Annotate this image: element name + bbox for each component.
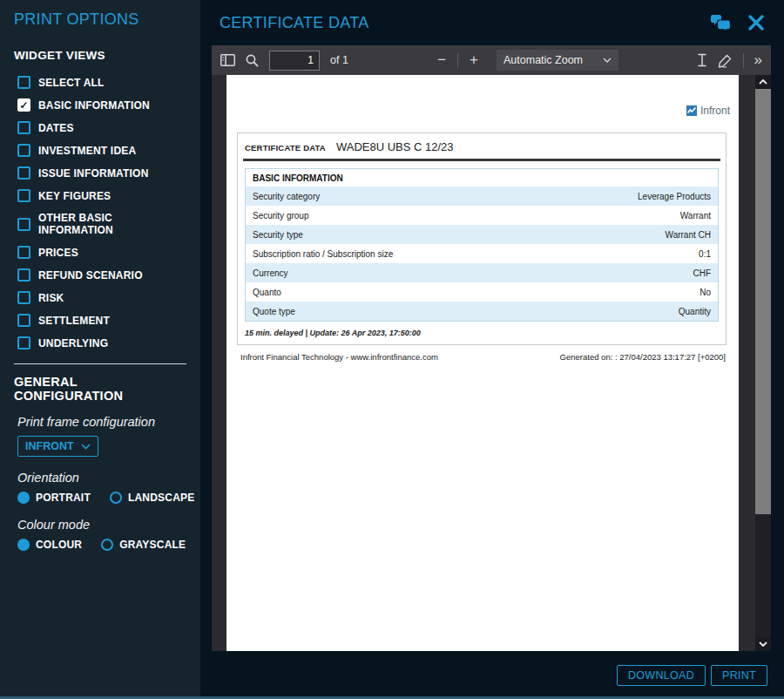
- text-select-icon[interactable]: [697, 53, 707, 67]
- colour-mode-options: COLOUR GRAYSCALE: [17, 539, 186, 551]
- checkbox-item-other-basic-information[interactable]: ✓ OTHER BASIC INFORMATION: [17, 212, 186, 236]
- more-tools-icon[interactable]: »: [754, 51, 762, 69]
- checkbox-item-settlement[interactable]: ✓ SETTLEMENT: [17, 314, 186, 327]
- table-row: Currency CHF: [246, 263, 718, 282]
- checkbox[interactable]: ✓: [17, 336, 30, 350]
- checkbox-label: SETTLEMENT: [38, 315, 110, 327]
- download-button[interactable]: DOWNLOAD: [617, 665, 706, 686]
- row-label: Security type: [253, 230, 303, 240]
- checkbox-item-refund-scenario[interactable]: ✓ REFUND SCENARIO: [17, 268, 186, 282]
- checkbox[interactable]: ✓: [17, 76, 30, 89]
- radio-icon: [17, 539, 30, 551]
- checkbox-label: ISSUE INFORMATION: [38, 167, 149, 180]
- checkbox-label: RISK: [38, 292, 64, 304]
- chevron-down-icon: [603, 58, 612, 63]
- table-row: Subscription ratio / Subscription size 0…: [246, 244, 718, 263]
- radio-landscape[interactable]: LANDSCAPE: [110, 492, 194, 504]
- checkbox-item-dates[interactable]: ✓ DATES: [17, 121, 186, 134]
- close-icon[interactable]: [747, 14, 765, 31]
- checkbox[interactable]: ✓: [17, 189, 30, 202]
- pdf-page: Infront CERTIFICATE DATA WADE8U UBS C 12…: [226, 75, 739, 651]
- checkbox[interactable]: ✓: [17, 121, 30, 134]
- checkbox-label: KEY FIGURES: [38, 190, 111, 202]
- checkbox-label: DATES: [38, 122, 74, 134]
- checkbox-label: UNDERLYING: [38, 337, 108, 350]
- radio-grayscale[interactable]: GRAYSCALE: [101, 539, 186, 551]
- general-configuration-heading: GENERAL CONFIGURATION: [14, 375, 186, 403]
- checkbox[interactable]: ✓: [17, 291, 30, 304]
- checkbox-item-risk[interactable]: ✓ RISK: [17, 291, 186, 304]
- zoom-level-select[interactable]: Automatic Zoom: [497, 50, 618, 71]
- sidebar-toggle-icon[interactable]: [220, 54, 235, 66]
- radio-label: LANDSCAPE: [128, 492, 194, 504]
- colour-mode-label: Colour mode: [17, 518, 186, 532]
- zoom-level-value: Automatic Zoom: [504, 54, 583, 66]
- annotate-pencil-icon[interactable]: [718, 53, 733, 68]
- page-footer: Infront Financial Technology - www.infro…: [240, 352, 726, 362]
- infront-logo-icon: [686, 105, 697, 116]
- scroll-down-button[interactable]: [755, 637, 771, 651]
- checkbox[interactable]: ✓: [17, 246, 30, 259]
- certificate-box: CERTIFICATE DATA WADE8U UBS C 12/23 BASI…: [237, 132, 727, 345]
- vertical-scrollbar[interactable]: [755, 75, 771, 651]
- certificate-data-panel: CERTIFICATE DATA: [200, 0, 784, 696]
- checkbox-item-investment-idea[interactable]: ✓ INVESTMENT IDEA: [17, 144, 186, 157]
- radio-label: PORTRAIT: [36, 492, 91, 504]
- checkbox-label: REFUND SCENARIO: [38, 269, 143, 282]
- checkbox[interactable]: ✓: [17, 314, 30, 327]
- checkbox[interactable]: ✓: [17, 218, 30, 231]
- checkbox-item-key-figures[interactable]: ✓ KEY FIGURES: [17, 189, 186, 202]
- widget-views-heading: WIDGET VIEWS: [14, 49, 186, 62]
- checkbox[interactable]: ✓: [17, 268, 30, 282]
- table-row: Quote type Quantity: [246, 302, 718, 321]
- row-value: CHF: [693, 268, 711, 278]
- radio-icon: [110, 492, 122, 504]
- zoom-out-button[interactable]: −: [435, 51, 449, 69]
- checkbox-item-underlying[interactable]: ✓ UNDERLYING: [17, 336, 186, 350]
- radio-icon: [17, 492, 30, 504]
- page-number-input[interactable]: [269, 51, 320, 71]
- pdf-viewport: Infront CERTIFICATE DATA WADE8U UBS C 12…: [212, 75, 771, 651]
- checkbox[interactable]: ✓: [17, 144, 30, 157]
- checkbox-item-prices[interactable]: ✓ PRICES: [17, 246, 186, 259]
- zoom-in-button[interactable]: +: [467, 51, 481, 69]
- row-label: Security group: [253, 211, 308, 221]
- checkbox[interactable]: ✓: [17, 166, 30, 180]
- delayed-update-note: 15 min. delayed | Update: 26 Apr 2023, 1…: [245, 329, 719, 337]
- footer-company-url: Infront Financial Technology - www.infro…: [240, 352, 438, 362]
- print-frame-dropdown-value: INFRONT: [25, 440, 74, 452]
- search-icon[interactable]: [246, 54, 259, 67]
- orientation-label: Orientation: [17, 471, 186, 485]
- row-label: Subscription ratio / Subscription size: [253, 249, 393, 259]
- row-value: No: [700, 288, 711, 297]
- feedback-thumbs-icon[interactable]: [711, 13, 732, 32]
- print-dialog-window: PRINT OPTIONS WIDGET VIEWS ✓ SELECT ALL …: [0, 0, 784, 699]
- toolbar-separator: [743, 53, 744, 68]
- checkbox-item-basic-information[interactable]: ✓ BASIC INFORMATION: [17, 98, 186, 112]
- sidebar-title: PRINT OPTIONS: [14, 10, 186, 29]
- doc-title-rule: [243, 159, 720, 161]
- toolbar-separator: [457, 53, 458, 68]
- scrollbar-thumb[interactable]: [755, 89, 771, 514]
- row-label: Quote type: [253, 307, 295, 316]
- print-button[interactable]: PRINT: [711, 665, 767, 686]
- row-label: Currency: [253, 268, 288, 278]
- print-frame-dropdown[interactable]: INFRONT: [17, 436, 98, 457]
- table-row: Security group Warrant: [246, 206, 718, 225]
- pdf-viewer: of 1 − + Automatic Zoom: [212, 45, 771, 651]
- pdf-toolbar: of 1 − + Automatic Zoom: [212, 45, 771, 75]
- radio-portrait[interactable]: PORTRAIT: [17, 492, 91, 504]
- chevron-up-icon: [759, 79, 767, 85]
- section-heading: BASIC INFORMATION: [246, 169, 718, 187]
- checkbox[interactable]: ✓: [17, 98, 30, 112]
- checkbox-item-select-all[interactable]: ✓ SELECT ALL: [17, 76, 186, 89]
- checkbox-item-issue-information[interactable]: ✓ ISSUE INFORMATION: [17, 166, 186, 180]
- print-frame-configuration-label: Print frame configuration: [17, 415, 186, 429]
- dialog-footer: DOWNLOAD PRINT: [200, 651, 784, 696]
- row-value: 0:1: [699, 249, 711, 259]
- row-value: Warrant CH: [666, 230, 711, 240]
- brand-row: Infront: [226, 105, 730, 117]
- scroll-up-button[interactable]: [755, 75, 771, 89]
- sidebar-divider: [14, 363, 186, 364]
- radio-colour[interactable]: COLOUR: [17, 539, 82, 551]
